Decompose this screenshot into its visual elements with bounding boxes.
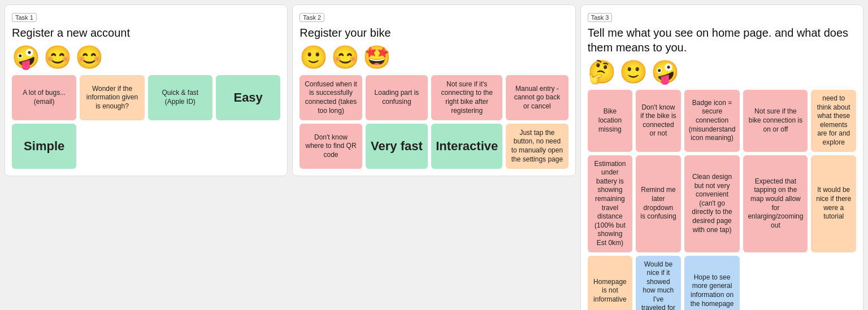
task1-cards: A lot of bugs... (email) Wonder if the i…	[12, 75, 280, 169]
emoji-5: 😊	[331, 46, 359, 68]
emoji-4: 🙂	[300, 46, 328, 68]
task1-emojis: 🤪 😊 😊	[12, 46, 280, 68]
card-interactive: Interactive	[431, 124, 502, 169]
task2-title: Register your bike	[300, 25, 568, 40]
emoji-1: 🤪	[12, 46, 40, 68]
task3-label: Task 3	[588, 13, 613, 22]
task2-cards: Confused when it is successfully connect…	[300, 75, 568, 169]
card-bugs: A lot of bugs... (email)	[12, 75, 76, 120]
emoji-6: 🤩	[363, 46, 391, 68]
card-remind-later: Remind me later dropdown is confusing	[636, 155, 681, 252]
emoji-8: 🙂	[619, 60, 648, 83]
card-explore: need to think about what these elements …	[811, 90, 856, 152]
card-quick: Quick & fast (Apple ID)	[148, 75, 212, 120]
task2-panel: Task 2 Register your bike 🙂 😊 🤩 Confused…	[292, 5, 575, 176]
card-connection-on-off: Not sure if the bike connection is on or…	[743, 90, 808, 152]
card-estimation: Estimation under battery is showing rema…	[588, 155, 633, 252]
card-not-sure-bike: Not sure if it's connecting to the right…	[431, 75, 502, 120]
task3-emojis: 🤔 🙂 🤪	[588, 60, 856, 83]
card-confused-connect: Confused when it is successfully connect…	[300, 75, 362, 120]
card-homepage-info: Homepage is not informative	[588, 256, 633, 311]
card-tutorial: It would be nice if there were a tutoria…	[811, 155, 856, 252]
card-badge-icon: Badge icon = secure connection (misunder…	[684, 90, 740, 152]
card-tap-button: Just tap the button, no need to manually…	[506, 124, 568, 169]
card-manual-entry: Manual entry - cannot go back or cancel	[506, 75, 568, 120]
emoji-3: 😊	[75, 46, 103, 68]
card-clean-design: Clean design but not very convenient (ca…	[684, 155, 740, 252]
task3-title: Tell me what you see on home page. and w…	[588, 25, 856, 55]
task1-label: Task 1	[12, 13, 37, 22]
emoji-2: 😊	[44, 46, 72, 68]
task1-title: Register a new account	[12, 25, 280, 40]
card-simple: Simple	[12, 124, 76, 169]
card-map-tap: Expected that tapping on the map would a…	[743, 155, 808, 252]
task1-panel: Task 1 Register a new account 🤪 😊 😊 A lo…	[5, 5, 288, 176]
card-bike-location: Bike location missing	[588, 90, 633, 152]
task3-panel: Task 3 Tell me what you see on home page…	[580, 5, 863, 310]
card-loading-confusing: Loading part is confusing	[366, 75, 428, 120]
task2-emojis: 🙂 😊 🤩	[300, 46, 568, 68]
card-general-info: Hope to see more general information on …	[684, 256, 740, 311]
card-bike-connected: Don't know if the bike is connected or n…	[636, 90, 681, 152]
card-qr-code: Don't know where to find QR code	[300, 124, 362, 169]
card-very-fast: Very fast	[366, 124, 428, 169]
emoji-9: 🤪	[651, 60, 679, 83]
emoji-7: 🤔	[588, 60, 616, 83]
card-info: Wonder if the information given is enoug…	[80, 75, 144, 120]
card-easy: Easy	[216, 75, 280, 120]
task3-cards: Bike location missing Don't know if the …	[588, 90, 856, 310]
task2-label: Task 2	[300, 13, 324, 22]
card-traveled: Would be nice if it showed how much I've…	[636, 256, 681, 311]
